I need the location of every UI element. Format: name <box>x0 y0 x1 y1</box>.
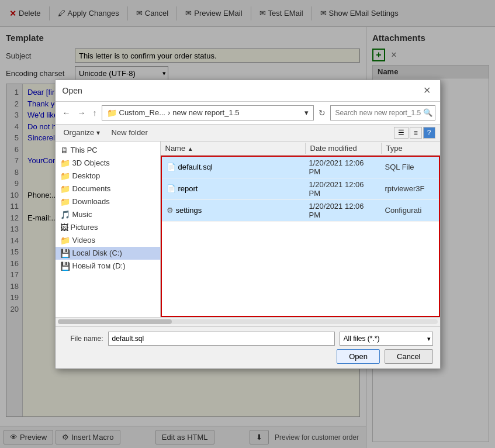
breadcrumb-part-1: Custom_Re... <box>119 108 165 117</box>
dialog-cancel-button[interactable]: Cancel <box>385 349 432 364</box>
tree-item-label: This PC <box>71 146 98 154</box>
file-item-date: 1/20/2021 12:06 PM <box>304 180 380 198</box>
file-item-type: Configurati <box>380 206 439 215</box>
tree-item-3d-objects[interactable]: 📁 3D Objects <box>56 157 160 170</box>
file-icon: 📄 <box>167 184 176 193</box>
dialog-toolbar: Organize ▾ New folder ☰ ≡ ? <box>56 125 440 142</box>
breadcrumb-part-2: new new report_1.5 <box>172 108 239 117</box>
filetype-select-wrapper: All files (*.*) <box>340 332 433 346</box>
file-item[interactable]: 📄 default.sql 1/20/2021 12:06 PM SQL Fil… <box>162 157 439 178</box>
file-item-name: 📄 report <box>162 184 304 193</box>
dialog-actions: Open Cancel <box>63 349 433 364</box>
tree-item-label: Videos <box>72 236 96 244</box>
file-name-label: default.sql <box>178 163 213 171</box>
tree-item-music[interactable]: 🎵 Music <box>56 208 160 221</box>
nav-forward-button[interactable]: → <box>75 107 88 119</box>
tree-item-downloads[interactable]: 📁 Downloads <box>56 195 160 208</box>
tree-item-this-pc[interactable]: 🖥 This PC <box>56 144 160 157</box>
tree-item-label: Local Disk (C:) <box>72 249 122 257</box>
tree-folder-icon: 📁 <box>60 158 70 168</box>
tree-item-desktop[interactable]: 📁 Desktop <box>56 170 160 182</box>
view-help-button[interactable]: ? <box>423 127 435 139</box>
tree-folder-icon: 📁 <box>60 184 70 194</box>
file-tree: 🖥 This PC📁 3D Objects📁 Desktop📁 Document… <box>56 142 161 317</box>
tree-item-documents[interactable]: 📁 Documents <box>56 182 160 195</box>
file-item[interactable]: ⚙ settings 1/20/2021 12:06 PM Configurat… <box>162 200 439 222</box>
file-list: Name ▲ Date modified Type 📄 default.sql … <box>161 142 440 317</box>
breadcrumb-folder-icon: 📁 <box>107 108 117 118</box>
tree-folder-icon: 🖥 <box>60 146 68 155</box>
view-details-button[interactable]: ≡ <box>410 127 422 139</box>
refresh-button[interactable]: ↻ <box>316 107 328 119</box>
nav-back-button[interactable]: ← <box>60 107 73 119</box>
open-button[interactable]: Open <box>337 349 380 364</box>
tree-item-label: 3D Objects <box>72 158 110 167</box>
file-name-label: settings <box>176 206 202 215</box>
file-item-name: 📄 default.sql <box>162 163 304 171</box>
file-item-name: ⚙ settings <box>162 206 304 215</box>
col-type-header[interactable]: Type <box>382 143 440 154</box>
tree-folder-icon: 📁 <box>60 197 70 206</box>
nav-up-button[interactable]: ↑ <box>91 107 99 119</box>
file-icon: 📄 <box>167 163 176 171</box>
tree-item-label: Music <box>72 210 92 219</box>
file-item-type: SQL File <box>380 163 439 171</box>
file-item-date: 1/20/2021 12:06 PM <box>304 202 380 219</box>
filename-label: File name: <box>63 335 103 343</box>
breadcrumb-dropdown-icon[interactable]: ▾ <box>304 108 309 117</box>
search-icon: 🔍 <box>423 108 432 117</box>
dialog-bottom: File name: All files (*.*) Open Cancel <box>56 326 440 368</box>
dialog-title: Open <box>63 86 82 95</box>
tree-folder-icon: 📁 <box>60 236 70 245</box>
tree-folder-icon: 📁 <box>60 171 70 181</box>
view-buttons: ☰ ≡ ? <box>394 127 435 139</box>
file-list-body: 📄 default.sql 1/20/2021 12:06 PM SQL Fil… <box>161 156 440 317</box>
col-name-header[interactable]: Name ▲ <box>161 143 306 154</box>
tree-folder-icon: 🎵 <box>60 210 70 219</box>
filename-input[interactable] <box>108 332 335 346</box>
file-list-header: Name ▲ Date modified Type <box>161 142 440 156</box>
dialog-body: 🖥 This PC📁 3D Objects📁 Desktop📁 Document… <box>56 142 440 317</box>
tree-item-pictures[interactable]: 🖼 Pictures <box>56 221 160 234</box>
file-icon: ⚙ <box>167 206 174 215</box>
search-box: 🔍 <box>330 105 435 120</box>
horizontal-scrollbar[interactable] <box>56 317 440 326</box>
tree-item-label: Documents <box>72 184 111 193</box>
tree-item-label: Новый том (D:) <box>72 261 126 270</box>
filename-row: File name: All files (*.*) <box>63 332 433 346</box>
dialog-close-button[interactable]: ✕ <box>421 85 433 97</box>
breadcrumb-separator: › <box>168 108 170 117</box>
open-dialog: Open ✕ ← → ↑ 📁 Custom_Re... › new new re… <box>55 80 441 369</box>
col-date-header[interactable]: Date modified <box>306 143 382 154</box>
file-item-type: rptviewer3F <box>380 184 439 193</box>
tree-item-label: Downloads <box>72 197 110 206</box>
search-input[interactable] <box>335 109 423 117</box>
file-item[interactable]: 📄 report 1/20/2021 12:06 PM rptviewer3F <box>162 178 439 200</box>
tree-item-label: Desktop <box>72 171 101 180</box>
tree-item-local-disk-(c:)[interactable]: 💾 Local Disk (C:) <box>56 247 160 260</box>
new-folder-button[interactable]: New folder <box>108 127 151 138</box>
file-name-label: report <box>178 184 198 193</box>
tree-folder-icon: 🖼 <box>60 223 68 232</box>
tree-item-label: Pictures <box>71 223 98 232</box>
view-list-button[interactable]: ☰ <box>394 127 409 139</box>
tree-item-новый-том-(d:)[interactable]: 💾 Новый том (D:) <box>56 260 160 273</box>
file-item-date: 1/20/2021 12:06 PM <box>304 158 380 176</box>
dialog-titlebar: Open ✕ <box>56 80 440 102</box>
breadcrumb-path: 📁 Custom_Re... › new new report_1.5 ▾ <box>102 105 314 120</box>
tree-item-videos[interactable]: 📁 Videos <box>56 234 160 247</box>
dialog-breadcrumb: ← → ↑ 📁 Custom_Re... › new new report_1.… <box>56 102 440 125</box>
organize-button[interactable]: Organize ▾ <box>60 127 103 138</box>
tree-folder-icon: 💾 <box>60 261 70 271</box>
tree-folder-icon: 💾 <box>60 249 70 258</box>
filetype-select[interactable]: All files (*.*) <box>340 332 433 346</box>
dialog-overlay: Open ✕ ← → ↑ 📁 Custom_Re... › new new re… <box>0 0 495 448</box>
